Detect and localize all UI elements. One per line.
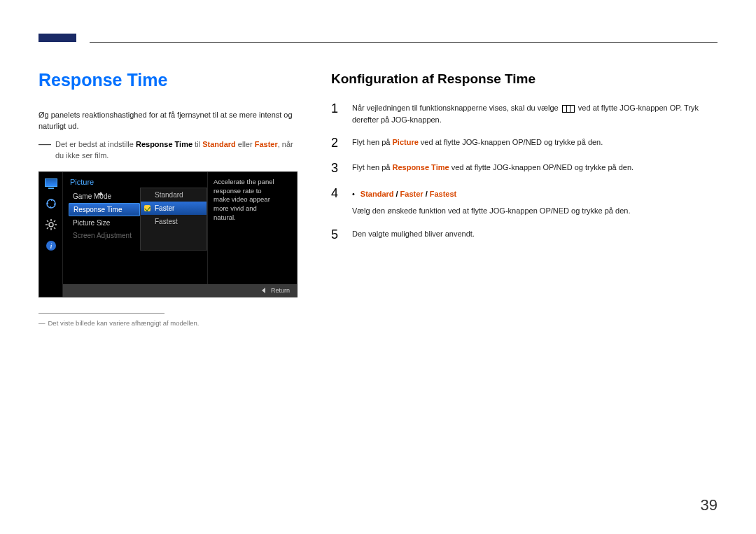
option-faster: Faster — [400, 190, 424, 198]
osd-item-response-time: Response Time — [69, 203, 140, 216]
info-icon: i — [43, 239, 59, 252]
svg-point-1 — [49, 223, 53, 227]
step-4-body: • Standard/Faster/Fastest Vælg den ønske… — [352, 187, 718, 217]
footnote-rule — [38, 313, 164, 314]
step-2-body: Flyt hen på Picture ved at flytte JOG-kn… — [352, 136, 718, 148]
note-row: ― Det er bedst at indstille Response Tim… — [38, 139, 298, 162]
osd-menu: i Picture Game Mode Response Time Pictur… — [38, 171, 298, 297]
left-column: Response Time Øg panelets reaktionshasti… — [38, 70, 298, 327]
step-3-body: Flyt hen på Response Time ved at flytte … — [352, 162, 718, 174]
picture-tab-icon — [43, 176, 59, 189]
step-5-body: Den valgte mulighed bliver anvendt. — [352, 228, 718, 240]
osd-return-label: Return — [271, 287, 290, 294]
footnote-text: Det viste billede kan variere afhængigt … — [48, 319, 200, 327]
menu-glyph-icon — [562, 105, 575, 113]
osd-item-game-mode: Game Mode — [69, 190, 140, 202]
note-standard: Standard — [202, 140, 236, 148]
step-2-picture: Picture — [392, 138, 418, 146]
step-number: 4 — [331, 187, 342, 201]
settings-circle-icon — [43, 197, 59, 210]
back-arrow-icon — [262, 288, 265, 293]
osd-sub-faster: Faster — [141, 202, 206, 215]
gear-icon — [43, 218, 59, 231]
scroll-up-icon — [98, 192, 104, 195]
osd-item-screen-adjustment: Screen Adjustment — [69, 230, 140, 241]
step-number: 3 — [331, 162, 342, 176]
osd-main: Picture Game Mode Response Time Picture … — [63, 172, 297, 297]
osd-description: Accelerate the panel response rate to ma… — [207, 172, 283, 284]
step-1: 1 Når vejledningen til funktionsknappern… — [331, 102, 718, 125]
page-number: 39 — [701, 496, 718, 514]
intro-text: Øg panelets reaktionshastighed for at få… — [38, 110, 298, 132]
note-faster: Faster — [255, 140, 278, 148]
svg-line-7 — [54, 227, 55, 229]
osd-menu-title: Picture — [69, 176, 140, 190]
svg-line-9 — [47, 227, 48, 229]
step-2: 2 Flyt hen på Picture ved at flytte JOG-… — [331, 136, 718, 150]
note-dash-icon: ― — [38, 139, 51, 162]
osd-menu-column: Picture Game Mode Response Time Picture … — [63, 172, 140, 284]
footnote: ― Det viste billede kan variere afhængig… — [38, 319, 298, 327]
svg-text:i: i — [50, 241, 52, 250]
page-content: Response Time Øg panelets reaktionshasti… — [38, 70, 718, 327]
bullet-icon: • — [352, 188, 355, 200]
step-3-response-time: Response Time — [392, 163, 449, 171]
step-number: 1 — [331, 102, 342, 116]
osd-sub-fastest: Fastest — [141, 215, 206, 228]
page-title: Response Time — [38, 70, 298, 90]
options-line: • Standard/Faster/Fastest — [352, 188, 718, 200]
osd-submenu: Standard Faster Fastest — [140, 188, 207, 251]
option-standard: Standard — [360, 190, 394, 198]
note-response-time: Response Time — [136, 140, 192, 148]
osd-sidebar: i — [39, 172, 63, 297]
step-number: 5 — [331, 228, 342, 242]
osd-sub-standard: Standard — [141, 188, 206, 202]
note-text: Det er bedst at indstille Response Time … — [55, 139, 298, 162]
section-title: Konfiguration af Response Time — [331, 71, 718, 87]
footnote-dash-icon: ― — [38, 319, 46, 327]
header-rule — [90, 42, 718, 43]
step-4: 4 • Standard/Faster/Fastest Vælg den øns… — [331, 187, 718, 217]
option-fastest: Fastest — [430, 190, 457, 198]
step-3: 3 Flyt hen på Response Time ved at flytt… — [331, 162, 718, 176]
step-number: 2 — [331, 136, 342, 150]
header-accent-bar — [38, 34, 76, 42]
svg-line-6 — [47, 220, 48, 222]
right-column: Konfiguration af Response Time 1 Når vej… — [331, 70, 718, 327]
osd-footer: Return — [63, 284, 297, 297]
step-5: 5 Den valgte mulighed bliver anvendt. — [331, 228, 718, 242]
osd-item-picture-size: Picture Size — [69, 217, 140, 229]
step-1-body: Når vejledningen til funktionsknapperne … — [352, 102, 718, 125]
svg-line-8 — [54, 220, 55, 222]
svg-point-0 — [47, 199, 55, 208]
